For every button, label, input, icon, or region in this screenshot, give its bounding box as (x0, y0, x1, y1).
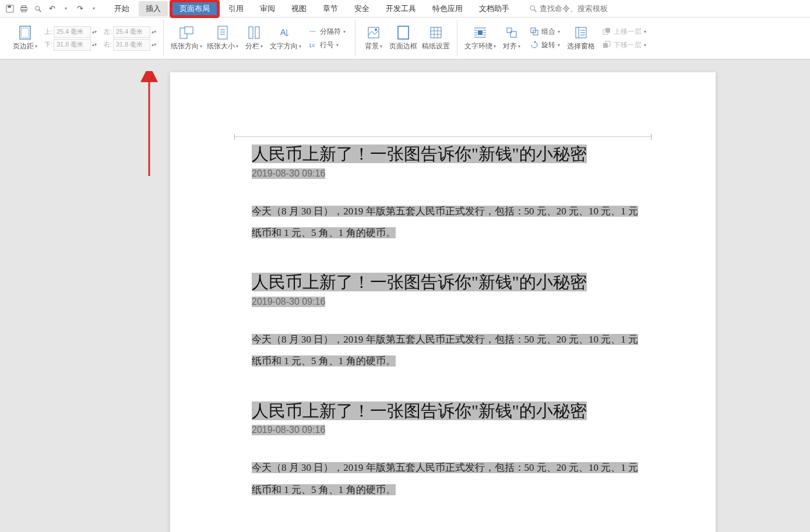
svg-line-8 (534, 9, 537, 12)
undo-dropdown[interactable]: ▾ (59, 2, 72, 15)
group-arrange: 文字环绕▾ 对齐▾ 组合▾ 旋转▾ 选择窗格 (457, 20, 656, 57)
tab-view[interactable]: 视图 (284, 1, 314, 16)
group-background: 背景▾ 页面边框 稿纸设置 (355, 20, 457, 57)
manuscript-icon (428, 25, 443, 40)
selection-pane-button[interactable]: 选择窗格 (565, 20, 597, 57)
orientation-label: 纸张方向 (171, 41, 199, 51)
page-borders-icon (396, 25, 411, 40)
bring-forward-button[interactable]: 上移一层▾ (600, 26, 649, 38)
tab-insert[interactable]: 插入 (139, 1, 168, 16)
search-icon (529, 5, 537, 13)
svg-point-5 (36, 6, 40, 10)
svg-text:A: A (280, 27, 286, 37)
search-box[interactable]: 查找命令、搜索模板 (529, 3, 608, 14)
svg-rect-13 (218, 26, 227, 39)
rotate-label: 旋转 (541, 40, 555, 50)
document-page[interactable]: 人民币上新了！一张图告诉你"新钱"的小秘密 2019-08-30 09:16 今… (170, 72, 716, 532)
tab-start[interactable]: 开始 (107, 1, 136, 16)
bring-forward-label: 上移一层 (614, 27, 642, 37)
group-button[interactable]: 组合▾ (527, 26, 562, 38)
article-block: 人民币上新了！一张图告诉你"新钱"的小秘密 2019-08-30 09:16 今… (252, 399, 640, 501)
margin-top-input[interactable] (54, 26, 91, 38)
tab-helper[interactable]: 文档助手 (472, 1, 516, 16)
tab-special[interactable]: 特色应用 (425, 1, 470, 16)
margins-button[interactable]: 页边距▾ (10, 20, 40, 57)
page-borders-button[interactable]: 页面边框 (387, 20, 420, 57)
tab-dev-tools[interactable]: 开发工具 (379, 1, 423, 16)
manuscript-button[interactable]: 稿纸设置 (420, 20, 452, 57)
article-title[interactable]: 人民币上新了！一张图告诉你"新钱"的小秘密 (252, 145, 587, 163)
bring-forward-icon (602, 27, 611, 36)
tab-chapters[interactable]: 章节 (316, 1, 345, 16)
page-borders-label: 页面边框 (389, 41, 417, 51)
selection-pane-icon (573, 25, 589, 40)
svg-rect-15 (255, 27, 259, 38)
tab-page-layout[interactable]: 页面布局 (170, 0, 219, 17)
save-icon[interactable] (3, 2, 16, 15)
annotation-arrow (140, 71, 163, 188)
article-block: 人民币上新了！一张图告诉你"新钱"的小秘密 2019-08-30 09:16 今… (252, 142, 640, 244)
group-icon (530, 27, 539, 36)
line-numbers-button[interactable]: 1≡ 行号▾ (306, 39, 348, 51)
menu-bar: ↶ ▾ ↷ ▾ 开始 插入 页面布局 引用 审阅 视图 章节 安全 开发工具 特… (0, 0, 810, 17)
ribbon: 页边距▾ 上: ▴▾ 下: ▴▾ 左: ▴▾ 右: ▴▾ (0, 17, 810, 59)
svg-rect-31 (603, 43, 608, 48)
page-ruler (234, 136, 651, 143)
article-body[interactable]: 今天（8 月 30 日），2019 年版第五套人民币正式发行，包括：50 元、2… (252, 334, 638, 367)
line-numbers-icon: 1≡ (308, 40, 318, 50)
margin-right-input[interactable] (113, 39, 150, 51)
breaks-button[interactable]: 分隔符▾ (306, 26, 348, 38)
background-icon (366, 25, 381, 40)
document-workspace[interactable]: 人民币上新了！一张图告诉你"新钱"的小秘密 2019-08-30 09:16 今… (0, 59, 810, 532)
article-block: 人民币上新了！一张图告诉你"新钱"的小秘密 2019-08-30 09:16 今… (252, 270, 640, 372)
background-button[interactable]: 背景▾ (360, 20, 387, 57)
svg-rect-21 (431, 27, 441, 38)
qat-customize[interactable]: ▾ (87, 2, 100, 15)
wrap-text-label: 文字环绕 (464, 41, 492, 51)
article-date[interactable]: 2019-08-30 09:16 (252, 297, 325, 307)
redo-button[interactable]: ↷ (73, 2, 86, 15)
columns-button[interactable]: 分栏▾ (241, 20, 267, 57)
article-body[interactable]: 今天（8 月 30 日），2019 年版第五套人民币正式发行，包括：50 元、2… (252, 462, 638, 495)
svg-rect-10 (22, 28, 29, 37)
background-label: 背景 (365, 41, 379, 51)
text-direction-icon: A (278, 25, 293, 40)
article-date[interactable]: 2019-08-30 09:16 (252, 168, 325, 179)
send-backward-button[interactable]: 下移一层▾ (600, 39, 649, 51)
align-button[interactable]: 对齐▾ (498, 20, 525, 57)
paper-size-button[interactable]: 纸张大小▾ (205, 20, 241, 57)
align-label: 对齐 (503, 41, 517, 51)
print-icon[interactable] (17, 2, 30, 15)
tab-references[interactable]: 引用 (221, 1, 251, 16)
tab-safety[interactable]: 安全 (347, 1, 376, 16)
breaks-label: 分隔符 (320, 27, 341, 37)
manuscript-label: 稿纸设置 (422, 41, 450, 51)
text-direction-button[interactable]: A 文字方向▾ (267, 20, 304, 57)
orientation-icon (179, 25, 194, 40)
svg-rect-20 (398, 26, 408, 39)
selection-pane-label: 选择窗格 (567, 41, 595, 51)
preview-icon[interactable] (31, 2, 44, 15)
orientation-button[interactable]: 纸张方向▾ (168, 20, 205, 57)
group-label: 组合 (541, 27, 555, 37)
line-numbers-label: 行号 (320, 40, 334, 50)
margin-bottom-label: 下: (42, 40, 52, 49)
rotate-button[interactable]: 旋转▾ (527, 39, 562, 51)
article-title[interactable]: 人民币上新了！一张图告诉你"新钱"的小秘密 (252, 401, 587, 420)
search-placeholder: 查找命令、搜索模板 (540, 3, 608, 14)
article-title[interactable]: 人民币上新了！一张图告诉你"新钱"的小秘密 (252, 273, 587, 291)
breaks-icon (308, 27, 318, 36)
margin-bottom-input[interactable] (54, 39, 91, 51)
tab-review[interactable]: 审阅 (253, 1, 282, 16)
svg-rect-22 (478, 30, 483, 35)
svg-line-6 (39, 9, 41, 12)
wrap-text-button[interactable]: 文字环绕▾ (462, 20, 498, 57)
margin-right-label: 右: (101, 40, 112, 49)
undo-button[interactable]: ↶ (45, 2, 58, 15)
article-date[interactable]: 2019-08-30 09:16 (252, 425, 325, 435)
rotate-icon (530, 40, 539, 50)
svg-rect-14 (249, 27, 253, 38)
margins-icon (17, 25, 33, 40)
article-body[interactable]: 今天（8 月 30 日），2019 年版第五套人民币正式发行，包括：50 元、2… (252, 206, 638, 238)
margin-left-input[interactable] (113, 26, 150, 38)
